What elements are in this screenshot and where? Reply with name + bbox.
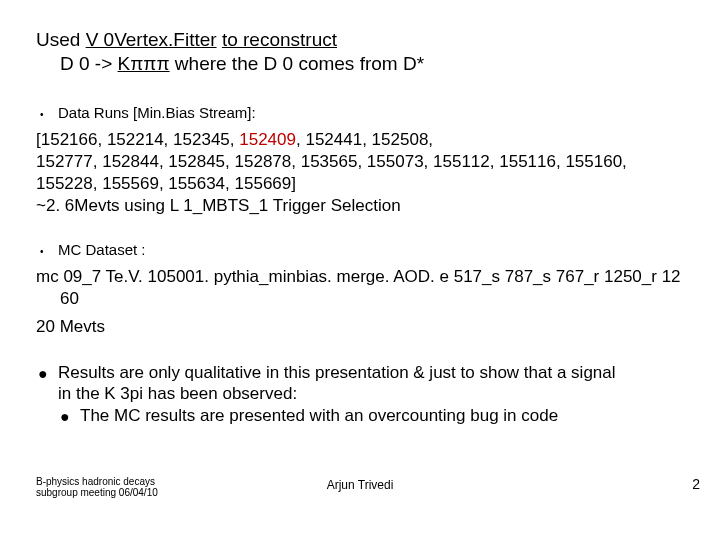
page-number: 2 — [692, 476, 700, 492]
results-text-1: Results are only qualitative in this pre… — [58, 362, 684, 405]
mc-line2: 20 Mevts — [36, 316, 684, 338]
bullet-icon: • — [36, 241, 58, 257]
data-runs-line2-text: 152777, 152844, 152845, 152878, 153565, … — [36, 152, 627, 193]
mc-body: mc 09_7 Te.V. 105001. pythia_minbias. me… — [36, 266, 684, 310]
data-runs-line1-a: [152166, 152214, 152345, — [36, 130, 239, 149]
results-b1b: in the K 3pi has been observed: — [58, 384, 297, 403]
title-underlined-2: to reconstruct — [222, 29, 337, 50]
title-line2-a: D 0 -> — [60, 53, 118, 74]
data-runs-label: Data Runs [Min.Bias Stream]: — [58, 104, 256, 121]
data-runs-line2: 152777, 152844, 152845, 152878, 153565, … — [36, 151, 684, 195]
title-line2-b: where the D 0 comes from D* — [170, 53, 424, 74]
bullet-icon: • — [36, 104, 58, 120]
title-underlined-1: V 0Vertex.Fitter — [86, 29, 217, 50]
title-line2: D 0 -> Kπππ where the D 0 comes from D* — [36, 52, 684, 76]
data-runs-highlight: 152409 — [239, 130, 296, 149]
results-block: ● Results are only qualitative in this p… — [36, 362, 684, 427]
data-runs-line1: [152166, 152214, 152345, 152409, 152441,… — [36, 129, 684, 151]
bullet-icon: ● — [58, 405, 80, 427]
title-prefix: Used — [36, 29, 86, 50]
mc-line1b: 60 — [36, 288, 684, 310]
data-runs-line1-b: , 152441, 152508, — [296, 130, 433, 149]
mc-line1: mc 09_7 Te.V. 105001. pythia_minbias. me… — [36, 266, 684, 288]
data-runs-body: [152166, 152214, 152345, 152409, 152441,… — [36, 129, 684, 217]
data-runs-line2-wrap: 152777, 152844, 152845, 152878, 153565, … — [36, 151, 684, 195]
slide: Used V 0Vertex.Fitter to reconstruct D 0… — [0, 0, 720, 540]
results-b1a: Results are only qualitative in this pre… — [58, 363, 616, 382]
footer-center: Arjun Trivedi — [0, 478, 720, 492]
title-line1: Used V 0Vertex.Fitter to reconstruct — [36, 28, 684, 52]
mc-label: MC Dataset : — [58, 241, 146, 258]
results-bullet-2: ● The MC results are presented with an o… — [36, 405, 684, 427]
results-b2: The MC results are presented with an ove… — [80, 405, 684, 426]
title-block: Used V 0Vertex.Fitter to reconstruct D 0… — [36, 28, 684, 76]
mc-bullet: • MC Dataset : — [36, 241, 684, 258]
title-line2-underlined: Kπππ — [118, 53, 170, 74]
data-runs-line3: ~2. 6Mevts using L 1_MBTS_1 Trigger Sele… — [36, 195, 684, 217]
results-bullet-1: ● Results are only qualitative in this p… — [36, 362, 684, 405]
bullet-icon: ● — [36, 362, 58, 384]
data-runs-bullet: • Data Runs [Min.Bias Stream]: — [36, 104, 684, 121]
